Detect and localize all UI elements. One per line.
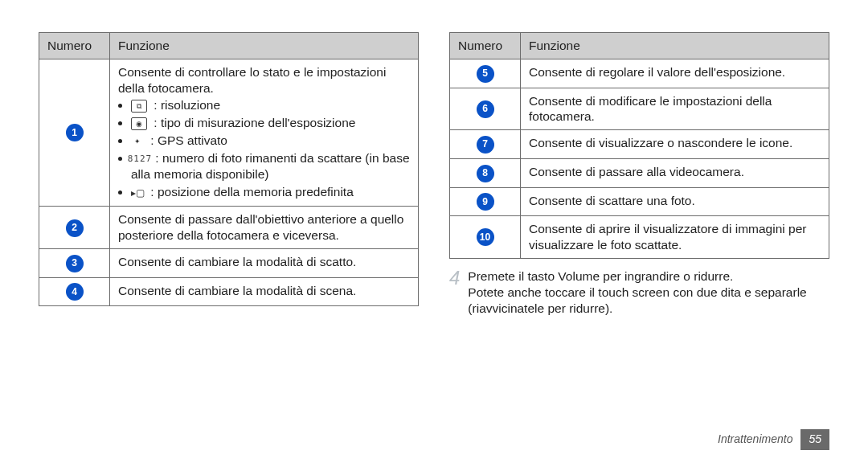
resolution-icon: ⧉: [131, 100, 147, 113]
row-function-cell: Consente di modificare le impostazioni d…: [521, 88, 829, 130]
bullet-text: : numero di foto rimanenti da scattare (…: [131, 151, 410, 181]
row-function-cell: Consente di scattare una foto.: [521, 187, 829, 216]
th-numero: Numero: [39, 33, 110, 59]
bullet-resolution: ⧉ : risoluzione: [131, 97, 410, 113]
table-header-row: Numero Funzione: [450, 33, 829, 59]
metering-icon: ◉: [131, 117, 147, 130]
table-row: 8 Consente di passare alla videocamera.: [450, 158, 829, 187]
number-badge-7: 7: [477, 136, 494, 154]
number-badge-1: 1: [66, 124, 84, 141]
row-function-cell: Consente di cambiare la modalità di scen…: [110, 277, 419, 306]
bullet-metering: ◉ : tipo di misurazione dell'esposizione: [131, 115, 410, 131]
row-number-cell: 3: [39, 249, 110, 278]
table-row: 3 Consente di cambiare la modalità di sc…: [39, 249, 419, 278]
number-badge-5: 5: [477, 65, 494, 83]
row1-bullets: ⧉ : risoluzione ◉ : tipo di misurazione …: [118, 97, 410, 199]
left-column: Numero Funzione 1 Consente di controllar…: [39, 32, 419, 316]
bullet-text: : GPS attivato: [150, 133, 227, 147]
th-funzione: Funzione: [110, 33, 419, 59]
number-badge-6: 6: [477, 100, 494, 118]
row-function-cell: Consente di visualizzare o nascondere le…: [521, 130, 829, 159]
bullet-count: 8127 : numero di foto rimanenti da scatt…: [131, 150, 410, 182]
row-function-cell: Consente di passare dall'obiettivo anter…: [110, 207, 419, 249]
memory-icon: ▸▢: [131, 187, 144, 199]
table-row: 2 Consente di passare dall'obiettivo ant…: [39, 207, 419, 249]
row-number-cell: 4: [39, 277, 110, 306]
gps-icon: ✦: [131, 136, 144, 147]
table-row: 1 Consente di controllare lo stato e le …: [39, 59, 419, 207]
row-function-cell: Consente di aprire il visualizzatore di …: [521, 216, 829, 259]
table-row: 9 Consente di scattare una foto.: [450, 187, 829, 216]
bullet-memory: ▸▢ : posizione della memoria predefinita: [131, 184, 410, 200]
bullet-text: : risoluzione: [154, 98, 220, 112]
number-badge-8: 8: [477, 165, 494, 182]
footer-page-number: 55: [800, 429, 829, 450]
counter-icon: 8127: [131, 154, 149, 165]
right-column: Numero Funzione 5 Consente di regolare i…: [449, 32, 829, 316]
row-number-cell: 1: [39, 59, 110, 207]
th-numero: Numero: [450, 33, 521, 59]
table-header-row: Numero Funzione: [39, 33, 419, 59]
number-badge-9: 9: [477, 193, 494, 211]
step-number: 4: [449, 268, 460, 316]
number-badge-2: 2: [66, 219, 84, 237]
step-text: Premete il tasto Volume per ingrandire o…: [468, 268, 829, 316]
table-row: 4 Consente di cambiare la modalità di sc…: [39, 277, 419, 306]
number-badge-10: 10: [477, 228, 494, 246]
row-function-cell: Consente di regolare il valore dell'espo…: [521, 59, 829, 88]
step-line-2: Potete anche toccare il touch screen con…: [468, 285, 829, 317]
table-left: Numero Funzione 1 Consente di controllar…: [39, 32, 419, 306]
row1-intro: Consente di controllare lo stato e le im…: [118, 64, 410, 96]
row-function-cell: Consente di cambiare la modalità di scat…: [110, 249, 419, 278]
step-line-1: Premete il tasto Volume per ingrandire o…: [468, 268, 829, 285]
th-funzione: Funzione: [521, 33, 829, 59]
step-block: 4 Premete il tasto Volume per ingrandire…: [449, 268, 829, 316]
row-function-cell: Consente di passare alla videocamera.: [521, 158, 829, 187]
page-body: Numero Funzione 1 Consente di controllar…: [0, 0, 868, 330]
table-row: 5 Consente di regolare il valore dell'es…: [450, 59, 829, 88]
table-row: 10 Consente di aprire il visualizzatore …: [450, 216, 829, 259]
number-badge-3: 3: [66, 255, 84, 272]
bullet-gps: ✦ : GPS attivato: [131, 133, 410, 149]
table-row: 6 Consente di modificare le impostazioni…: [450, 88, 829, 130]
page-footer: Intrattenimento 55: [718, 429, 829, 450]
row-number-cell: 2: [39, 207, 110, 249]
footer-section: Intrattenimento: [718, 432, 792, 447]
bullet-text: : tipo di misurazione dell'esposizione: [154, 116, 355, 129]
number-badge-4: 4: [66, 283, 84, 301]
table-right: Numero Funzione 5 Consente di regolare i…: [449, 32, 829, 259]
table-row: 7 Consente di visualizzare o nascondere …: [450, 130, 829, 159]
row-function-cell: Consente di controllare lo stato e le im…: [110, 59, 419, 207]
bullet-text: : posizione della memoria predefinita: [150, 185, 353, 199]
